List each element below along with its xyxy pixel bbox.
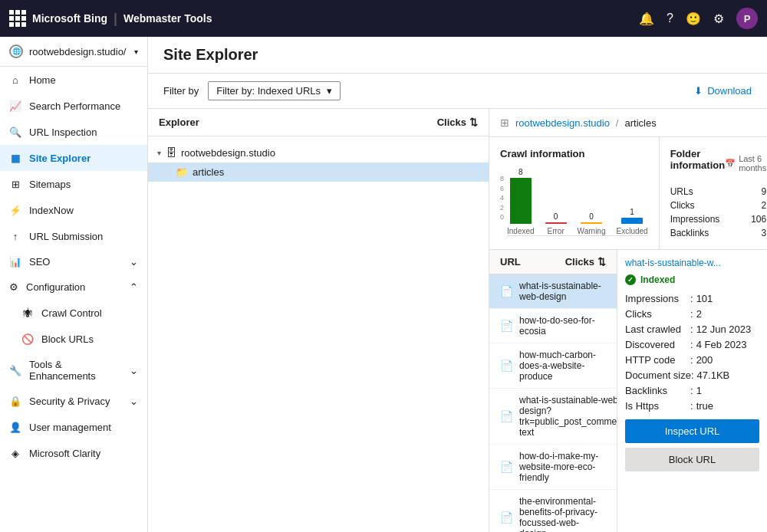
bar-chart: 8 Indexed 0 Error 0 <box>507 182 648 236</box>
bell-icon[interactable]: 🔔 <box>639 11 654 26</box>
sidebar-section-configuration[interactable]: ⚙ Configuration ⌃ <box>0 274 147 300</box>
sidebar-item-label: URL Submission <box>29 231 103 242</box>
security-icon: 🔒 <box>9 396 21 407</box>
indexnow-icon: ⚡ <box>9 204 21 216</box>
sitemap-icon: ⊞ <box>9 178 21 190</box>
url-item-4[interactable]: 📄 what-is-sustainable-web-design?trk=pub… <box>489 389 617 445</box>
avatar[interactable]: P <box>736 8 758 29</box>
url-text: how-do-i-make-my-website-more-eco-friend… <box>519 451 606 483</box>
breadcrumb-folder: articles <box>624 117 656 129</box>
download-label: Download <box>707 85 752 97</box>
sidebar-item-url-inspection[interactable]: 🔍 URL Inspection <box>0 119 147 145</box>
detail-last-crawled: Last crawled : 12 Jun 2023 <box>625 323 759 335</box>
detail-impressions: Impressions : 101 <box>625 293 759 304</box>
url-text: how-much-carbon-does-a-website-produce <box>519 350 606 382</box>
tree-item-articles[interactable]: 📁 articles <box>148 163 489 182</box>
stat-impressions: Impressions 106 <box>670 214 767 225</box>
sidebar-item-user-management[interactable]: 👤 User management <box>0 414 147 440</box>
crawl-icon: 🕷 <box>21 307 34 319</box>
security-chevron: ⌄ <box>130 396 138 407</box>
sidebar-item-label: Crawl Control <box>41 307 102 319</box>
detail-discovered: Discovered : 4 Feb 2023 <box>625 339 759 350</box>
indexed-label: Indexed <box>640 274 675 285</box>
filter-chevron-icon: ▾ <box>327 85 332 97</box>
right-section: ⊞ rootwebdesign.studio / articles Crawl … <box>489 109 767 532</box>
explorer-left-panel: Explorer Clicks ⇅ ▾ 🗄 rootwebdesign.stud… <box>148 109 489 532</box>
filter-dropdown[interactable]: Filter by: Indexed URLs ▾ <box>208 81 341 100</box>
main-layout: 🌐 rootwebdesign.studio/ ▾ ⌂ Home 📈 Searc… <box>0 37 767 532</box>
url-item-5[interactable]: 📄 how-do-i-make-my-website-more-eco-frie… <box>489 445 617 490</box>
breadcrumb-domain[interactable]: rootwebdesign.studio <box>515 117 610 129</box>
tree-area: ▾ 🗄 rootwebdesign.studio 📁 articles <box>148 136 489 188</box>
sidebar-item-microsoft-clarity[interactable]: ◈ Microsoft Clarity <box>0 440 147 466</box>
folder-panel-title: Folder information <box>670 148 726 171</box>
tree-item-domain[interactable]: ▾ 🗄 rootwebdesign.studio <box>148 143 489 163</box>
grid-view-icon[interactable]: ⊞ <box>500 117 509 129</box>
bar-error: 0 Error <box>545 212 567 235</box>
domain-folder-icon: 🗄 <box>166 146 176 159</box>
help-icon[interactable]: ? <box>667 11 673 25</box>
sidebar-item-sitemaps[interactable]: ⊞ Sitemaps <box>0 171 147 197</box>
sidebar-item-search-performance[interactable]: 📈 Search Performance <box>0 93 147 119</box>
detail-clicks: Clicks : 2 <box>625 308 759 320</box>
home-icon: ⌂ <box>9 74 21 86</box>
explorer-breadcrumb: ⊞ rootwebdesign.studio / articles <box>489 109 767 137</box>
stat-urls: URLs 9 <box>670 186 767 197</box>
detail-sidebar: what-is-sustainable-w... ✓ Indexed Impre… <box>617 250 767 532</box>
explorer-main: Explorer Clicks ⇅ ▾ 🗄 rootwebdesign.stud… <box>148 109 767 532</box>
download-button[interactable]: ⬇ Download <box>694 85 752 97</box>
url-item-1[interactable]: 📄 what-is-sustainable-web-design <box>489 274 617 309</box>
bar-indexed-bar <box>510 178 532 224</box>
sidebar-item-url-submission[interactable]: ↑ URL Submission <box>0 223 147 249</box>
indexed-dot: ✓ <box>625 274 636 285</box>
url-item-6[interactable]: 📄 the-environmental-benefits-of-privacy-… <box>489 490 617 532</box>
sidebar-section-seo[interactable]: 📊 SEO ⌄ <box>0 249 147 274</box>
folder-stats: URLs 9 Clicks 2 Impressions 106 <box>670 186 767 238</box>
chart-icon: 📈 <box>9 100 21 112</box>
emoji-icon[interactable]: 🙂 <box>686 11 701 26</box>
url-item-2[interactable]: 📄 how-to-do-seo-for-ecosia <box>489 309 617 343</box>
sidebar-item-block-urls[interactable]: 🚫 Block URLs <box>0 326 147 352</box>
folder-panel: Folder information 📅 Last 6 months URLs … <box>660 137 767 249</box>
url-text: how-to-do-seo-for-ecosia <box>519 315 606 337</box>
clicks-sort-button[interactable]: Clicks ⇅ <box>565 256 606 268</box>
indexed-badge: ✓ Indexed <box>625 274 759 285</box>
seo-label: SEO <box>29 256 50 268</box>
detail-http-code: HTTP code : 200 <box>625 354 759 366</box>
explorer-clicks-sort[interactable]: Clicks ⇅ <box>437 117 478 128</box>
url-list-panel: URL Clicks ⇅ 📄 what-is-sustainable-web-d… <box>489 250 617 532</box>
sidebar-item-label: User management <box>29 422 111 433</box>
sidebar-item-label: URL Inspection <box>29 126 97 138</box>
sidebar-item-home[interactable]: ⌂ Home <box>0 67 147 93</box>
tree-domain-label: rootwebdesign.studio <box>181 147 275 159</box>
tools-icon: 🔧 <box>9 365 21 376</box>
sidebar-item-site-explorer[interactable]: ▦ Site Explorer <box>0 145 147 171</box>
block-icon: 🚫 <box>21 333 34 345</box>
url-text: what-is-sustainable-web-design?trk=publi… <box>519 395 617 438</box>
page-icon: 📄 <box>500 461 513 473</box>
sidebar-domain[interactable]: 🌐 rootwebdesign.studio/ ▾ <box>0 37 147 67</box>
sidebar-item-crawl-control[interactable]: 🕷 Crawl Control <box>0 300 147 326</box>
block-url-button[interactable]: Block URL <box>625 448 759 471</box>
page-icon: 📄 <box>500 511 513 524</box>
url-column-header: URL <box>500 256 521 268</box>
sidebar-section-tools[interactable]: 🔧 Tools & Enhancements ⌄ <box>0 352 147 389</box>
page-icon: 📄 <box>500 320 513 332</box>
sidebar-section-security[interactable]: 🔒 Security & Privacy ⌄ <box>0 389 147 414</box>
sidebar-item-indexnow[interactable]: ⚡ IndexNow <box>0 197 147 223</box>
detail-url-title[interactable]: what-is-sustainable-w... <box>625 258 759 268</box>
detail-document-size: Document size : 47.1KB <box>625 369 759 381</box>
domain-icon: 🌐 <box>9 44 23 58</box>
tree-folder-label: articles <box>193 166 224 178</box>
explorer-header-title: Explorer <box>159 117 199 128</box>
seo-icon: 📊 <box>9 256 21 268</box>
domain-label: rootwebdesign.studio/ <box>29 46 126 57</box>
inspect-url-button[interactable]: Inspect URL <box>625 419 759 443</box>
page-icon: 📄 <box>500 360 513 372</box>
settings-icon[interactable]: ⚙ <box>713 11 724 26</box>
url-item-3[interactable]: 📄 how-much-carbon-does-a-website-produce <box>489 343 617 389</box>
sort-icon: ⇅ <box>469 117 478 128</box>
bar-excluded: 1 Excluded <box>616 208 647 235</box>
folder-panel-header: Folder information 📅 Last 6 months <box>670 148 767 179</box>
tree-chevron-icon: ▾ <box>157 149 161 157</box>
